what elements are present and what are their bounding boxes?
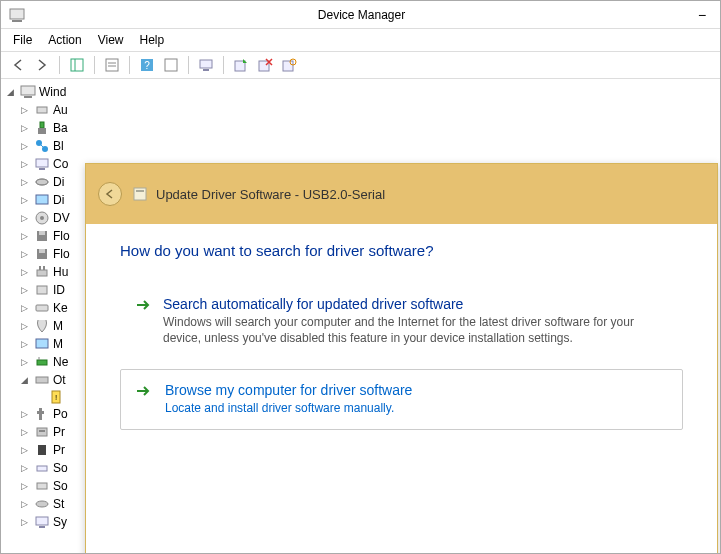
device-category-icon xyxy=(34,424,50,440)
expand-icon[interactable]: ▷ xyxy=(21,155,31,173)
device-category-icon xyxy=(34,120,50,136)
tree-item-label: Flo xyxy=(53,245,70,263)
disable-button[interactable] xyxy=(278,54,300,76)
device-category-icon xyxy=(34,282,50,298)
device-category-icon xyxy=(34,496,50,512)
dialog-back-button[interactable] xyxy=(98,182,122,206)
uninstall-button[interactable] xyxy=(254,54,276,76)
properties-icon-button[interactable] xyxy=(101,54,123,76)
expand-icon[interactable]: ▷ xyxy=(21,281,31,299)
device-category-icon xyxy=(34,264,50,280)
dialog-heading: How do you want to search for driver sof… xyxy=(120,242,683,259)
svg-rect-37 xyxy=(37,286,47,294)
svg-rect-51 xyxy=(37,483,47,489)
expand-icon[interactable]: ▷ xyxy=(21,263,31,281)
tree-root[interactable]: ◢ Wind xyxy=(7,83,714,101)
tree-item-label: Ba xyxy=(53,119,68,137)
option2-desc: Locate and install driver software manua… xyxy=(165,400,412,416)
content-area: ◢ Wind ▷Au▷Ba▷Bl▷Co▷Di▷Di▷DV▷Flo▷Flo▷Hu▷… xyxy=(1,79,720,553)
svg-rect-23 xyxy=(36,159,48,167)
device-category-icon xyxy=(34,192,50,208)
help-button[interactable]: ? xyxy=(136,54,158,76)
expand-icon[interactable]: ▷ xyxy=(21,353,31,371)
scan-hardware-button[interactable] xyxy=(195,54,217,76)
tree-item-label: M xyxy=(53,317,63,335)
tree-item-label: DV xyxy=(53,209,70,227)
expand-icon[interactable]: ▷ xyxy=(21,191,31,209)
back-button[interactable] xyxy=(7,54,29,76)
option2-title: Browse my computer for driver software xyxy=(165,382,412,398)
option-browse-computer[interactable]: Browse my computer for driver software L… xyxy=(120,369,683,429)
svg-rect-1 xyxy=(12,20,22,22)
svg-rect-49 xyxy=(38,445,46,455)
expand-icon[interactable]: ◢ xyxy=(21,371,31,389)
expand-icon[interactable]: ▷ xyxy=(21,137,31,155)
show-hide-tree-button[interactable] xyxy=(66,54,88,76)
expand-icon[interactable]: ▷ xyxy=(21,245,31,263)
svg-rect-56 xyxy=(136,190,144,192)
device-category-icon xyxy=(34,138,50,154)
expand-icon[interactable]: ▷ xyxy=(21,227,31,245)
expand-icon[interactable]: ▷ xyxy=(21,405,31,423)
svg-rect-55 xyxy=(134,188,146,200)
menu-view[interactable]: View xyxy=(90,31,132,49)
option-search-automatically[interactable]: Search automatically for updated driver … xyxy=(120,283,683,359)
svg-rect-11 xyxy=(203,69,209,71)
option1-title: Search automatically for updated driver … xyxy=(163,296,668,312)
arrow-right-icon xyxy=(135,296,153,346)
svg-text:?: ? xyxy=(144,60,150,71)
device-category-icon xyxy=(34,210,50,226)
expand-icon[interactable]: ▷ xyxy=(21,477,31,495)
expand-icon[interactable]: ▷ xyxy=(21,209,31,227)
device-category-icon xyxy=(34,174,50,190)
expand-icon[interactable]: ▷ xyxy=(21,317,31,335)
svg-rect-38 xyxy=(36,305,48,311)
svg-rect-46 xyxy=(37,411,44,414)
device-category-icon: ! xyxy=(48,389,64,405)
expand-icon[interactable]: ▷ xyxy=(21,513,31,531)
tree-item-label: Di xyxy=(53,173,64,191)
svg-rect-40 xyxy=(37,360,47,365)
update-driver-button[interactable] xyxy=(230,54,252,76)
forward-button[interactable] xyxy=(31,54,53,76)
collapse-icon[interactable]: ◢ xyxy=(7,83,17,101)
tree-item-label: Ke xyxy=(53,299,68,317)
expand-icon[interactable]: ▷ xyxy=(21,173,31,191)
tree-item-label: Po xyxy=(53,405,68,423)
tree-item[interactable]: ▷Au xyxy=(7,101,714,119)
menu-help[interactable]: Help xyxy=(132,31,173,49)
option1-desc: Windows will search your computer and th… xyxy=(163,314,668,346)
tree-item-label: Pr xyxy=(53,423,65,441)
svg-rect-39 xyxy=(36,339,48,348)
device-category-icon xyxy=(34,102,50,118)
tree-item[interactable]: ▷Ba xyxy=(7,119,714,137)
expand-icon[interactable]: ▷ xyxy=(21,423,31,441)
tree-item-label: Ot xyxy=(53,371,66,389)
device-category-icon xyxy=(34,354,50,370)
device-category-icon xyxy=(34,246,50,262)
svg-rect-36 xyxy=(43,266,45,270)
svg-rect-48 xyxy=(39,430,45,432)
menu-action[interactable]: Action xyxy=(40,31,89,49)
expand-icon[interactable]: ▷ xyxy=(21,101,31,119)
svg-rect-33 xyxy=(39,249,45,253)
tree-item[interactable]: ▷Bl xyxy=(7,137,714,155)
menu-file[interactable]: File xyxy=(5,31,40,49)
expand-icon[interactable]: ▷ xyxy=(21,335,31,353)
expand-icon[interactable]: ▷ xyxy=(21,119,31,137)
svg-rect-34 xyxy=(37,270,47,276)
svg-rect-16 xyxy=(21,86,35,95)
tree-item-label: St xyxy=(53,495,64,513)
minimize-button[interactable]: − xyxy=(692,7,712,23)
expand-icon[interactable]: ▷ xyxy=(21,299,31,317)
expand-icon[interactable]: ▷ xyxy=(21,441,31,459)
svg-rect-4 xyxy=(106,59,118,71)
expand-icon[interactable]: ▷ xyxy=(21,495,31,513)
device-category-icon xyxy=(34,514,50,530)
svg-rect-24 xyxy=(39,168,45,170)
tree-item-label: ID xyxy=(53,281,65,299)
expand-icon[interactable]: ▷ xyxy=(21,459,31,477)
toolbar-icon-1[interactable] xyxy=(160,54,182,76)
device-category-icon xyxy=(34,478,50,494)
svg-rect-53 xyxy=(36,517,48,525)
